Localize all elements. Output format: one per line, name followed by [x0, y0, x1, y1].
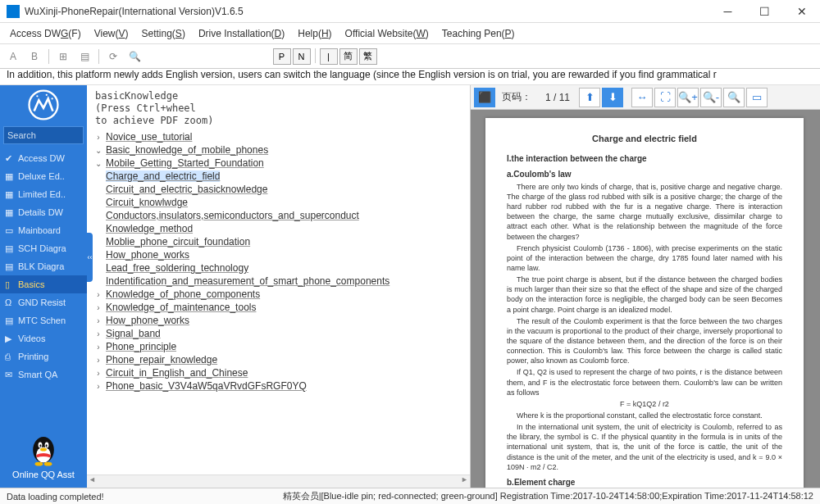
tree-row[interactable]: Circuit_knowlwdge — [93, 197, 463, 208]
fit-width-icon[interactable]: ↔ — [631, 88, 653, 107]
tree-node-label[interactable]: Knowledge_of_maintenance_tools — [106, 302, 256, 313]
chevron-right-icon[interactable]: › — [93, 303, 103, 312]
menu-item[interactable]: View(V) — [89, 26, 134, 41]
pdf-more-icon[interactable]: ▭ — [746, 88, 768, 107]
page-next-icon[interactable]: ⬇ — [602, 88, 623, 107]
tree-row[interactable]: ›How_phone_works — [93, 315, 463, 326]
tree-row[interactable]: Indentification_and_measurement_of_smart… — [93, 275, 463, 287]
tree-row[interactable]: ⌄Basic_knowledge_of_mobile_phones — [93, 144, 463, 156]
zoom-reset-icon[interactable]: 🔍 — [723, 88, 745, 107]
zoom-in-icon[interactable]: 🔍+ — [677, 88, 699, 107]
sidebar-item[interactable]: ✔Access DW — [0, 149, 87, 167]
sidebar-item[interactable]: ▤MTC Schen — [0, 311, 87, 329]
tree-row[interactable]: ›Circuit_in_English_and_Chinese — [93, 367, 463, 379]
tree-node-label[interactable]: Phone_basic_V3V4aW5qaVRvdGFsRGF0YQ — [106, 380, 307, 392]
tree-view[interactable]: ›Novice_use_tutorial⌄Basic_knowledge_of_… — [87, 130, 470, 474]
menu-item[interactable]: Teaching Pen(P) — [437, 26, 520, 41]
tool-a-icon[interactable]: A — [3, 47, 23, 66]
chevron-right-icon[interactable]: › — [93, 382, 103, 391]
sidebar-item[interactable]: ▤SCH Diagra — [0, 239, 87, 257]
close-button[interactable]: ✕ — [783, 0, 820, 23]
tree-node-label[interactable]: Phone_principle — [106, 341, 176, 352]
tree-node-label[interactable]: Conductors,insulators,semiconductors_and… — [106, 210, 359, 221]
chevron-right-icon[interactable]: › — [93, 329, 103, 338]
tree-row[interactable]: Circuit_and_electric_basicknowledge — [93, 184, 463, 195]
menu-item[interactable]: Setting(S) — [137, 26, 190, 41]
fullscreen-icon[interactable]: ⛶ — [654, 88, 676, 107]
pipe-button[interactable]: | — [320, 48, 338, 65]
sidebar-item[interactable]: ▭Mainboard — [0, 221, 87, 239]
tree-node-label[interactable]: Phone_repair_knowledge — [106, 354, 217, 366]
chevron-down-icon[interactable]: ⌄ — [93, 146, 103, 155]
menu-item[interactable]: Help(H) — [293, 26, 336, 41]
tree-row[interactable]: Conductors,insulators,semiconductors_and… — [93, 210, 463, 221]
n-button[interactable]: N — [293, 48, 311, 65]
tool-b-icon[interactable]: B — [25, 47, 44, 66]
tree-node-label[interactable]: Basic_knowledge_of_mobile_phones — [106, 144, 268, 156]
tree-row[interactable]: Lead_free_soldering_technology — [93, 262, 463, 274]
menu-item[interactable]: Access DWG(F) — [5, 26, 86, 41]
minimize-button[interactable]: ─ — [709, 0, 746, 23]
tree-row[interactable]: ›Knowledge_of_maintenance_tools — [93, 302, 463, 313]
tree-node-label[interactable]: Knowledge_of_phone_components — [106, 288, 260, 300]
pdf-save-icon[interactable]: ⬛ — [474, 88, 495, 107]
sidebar-item[interactable]: ΩGND Resist — [0, 293, 87, 311]
tool-grid-icon[interactable]: ⊞ — [53, 47, 73, 66]
traditional-button[interactable]: 繁 — [359, 48, 377, 65]
chevron-right-icon[interactable]: › — [93, 290, 103, 299]
sidebar-item[interactable]: ▤BLK Diagra — [0, 257, 87, 275]
tree-node-label[interactable]: Novice_use_tutorial — [106, 131, 192, 143]
sidebar-item[interactable]: ▶Videos — [0, 329, 87, 347]
simplified-button[interactable]: 简 — [339, 48, 358, 65]
maximize-button[interactable]: ☐ — [746, 0, 783, 23]
tree-node-label[interactable]: Signal_band — [106, 328, 161, 339]
search-input[interactable] — [3, 126, 84, 144]
zoom-out-icon[interactable]: 🔍- — [700, 88, 722, 107]
horizontal-scrollbar[interactable] — [87, 474, 470, 488]
tree-node-label[interactable]: Circuit_knowlwdge — [106, 197, 188, 208]
sidebar-item[interactable]: ▦Deluxe Ed.. — [0, 167, 87, 185]
tree-node-label[interactable]: Lead_free_soldering_technology — [106, 262, 248, 274]
sidebar-item[interactable]: ▯Basics — [0, 275, 87, 293]
qq-icon[interactable] — [27, 432, 60, 468]
sidebar-item[interactable]: ✉Smart QA — [0, 366, 87, 384]
tree-node-label[interactable]: How_phone_works — [106, 249, 189, 261]
chevron-right-icon[interactable]: › — [93, 316, 103, 325]
menu-item[interactable]: Drive Installation(D) — [194, 26, 289, 41]
tree-row[interactable]: How_phone_works — [93, 249, 463, 261]
p-button[interactable]: P — [273, 48, 291, 65]
chevron-down-icon[interactable]: ⌄ — [93, 159, 103, 168]
sidebar-collapse-handle[interactable]: ‹‹ — [87, 233, 93, 282]
tree-row[interactable]: ›Phone_principle — [93, 341, 463, 352]
tree-node-label[interactable]: Knowledge_method — [106, 223, 193, 234]
chevron-right-icon[interactable]: › — [93, 356, 103, 365]
tree-row[interactable]: ›Knowledge_of_phone_components — [93, 288, 463, 300]
tree-node-label[interactable]: Circuit_and_electric_basicknowledge — [106, 184, 267, 195]
tree-row[interactable]: Knowledge_method — [93, 223, 463, 234]
chevron-right-icon[interactable]: › — [93, 133, 103, 142]
menu-item[interactable]: Official Website(W) — [340, 26, 434, 41]
chevron-right-icon[interactable]: › — [93, 343, 103, 352]
tree-node-label[interactable]: Mobile_Getting_Started_Foundation — [106, 157, 264, 169]
chevron-right-icon[interactable]: › — [93, 369, 103, 378]
tree-node-label[interactable]: Circuit_in_English_and_Chinese — [106, 367, 248, 379]
sidebar-item[interactable]: ▦Limited Ed.. — [0, 185, 87, 203]
sidebar-item[interactable]: ⎙Printing — [0, 347, 87, 366]
tree-row[interactable]: ›Signal_band — [93, 328, 463, 339]
tool-refresh-icon[interactable]: ⟳ — [103, 47, 123, 66]
tool-doc-icon[interactable]: ▤ — [75, 47, 94, 66]
qq-label[interactable]: Online QQ Asst — [0, 470, 87, 479]
tree-row[interactable]: ⌄Mobile_Getting_Started_Foundation — [93, 157, 463, 169]
page-prev-icon[interactable]: ⬆ — [579, 88, 600, 107]
sidebar-item[interactable]: ▦Details DW — [0, 203, 87, 221]
tree-node-label[interactable]: Indentification_and_measurement_of_smart… — [106, 275, 390, 287]
tree-node-label[interactable]: How_phone_works — [106, 315, 189, 326]
tree-row[interactable]: Moblie_phone_circuit_foundation — [93, 236, 463, 247]
pdf-viewport[interactable]: Charge and electric field I.the interact… — [471, 110, 820, 488]
tree-node-label[interactable]: Charge_and_electric_field — [106, 170, 220, 182]
tree-node-label[interactable]: Moblie_phone_circuit_foundation — [106, 236, 250, 247]
tool-search-icon[interactable]: 🔍 — [125, 47, 144, 66]
tree-row[interactable]: ›Phone_repair_knowledge — [93, 354, 463, 366]
tree-row[interactable]: ›Phone_basic_V3V4aW5qaVRvdGFsRGF0YQ — [93, 380, 463, 392]
tree-row[interactable]: Charge_and_electric_field — [93, 170, 463, 182]
